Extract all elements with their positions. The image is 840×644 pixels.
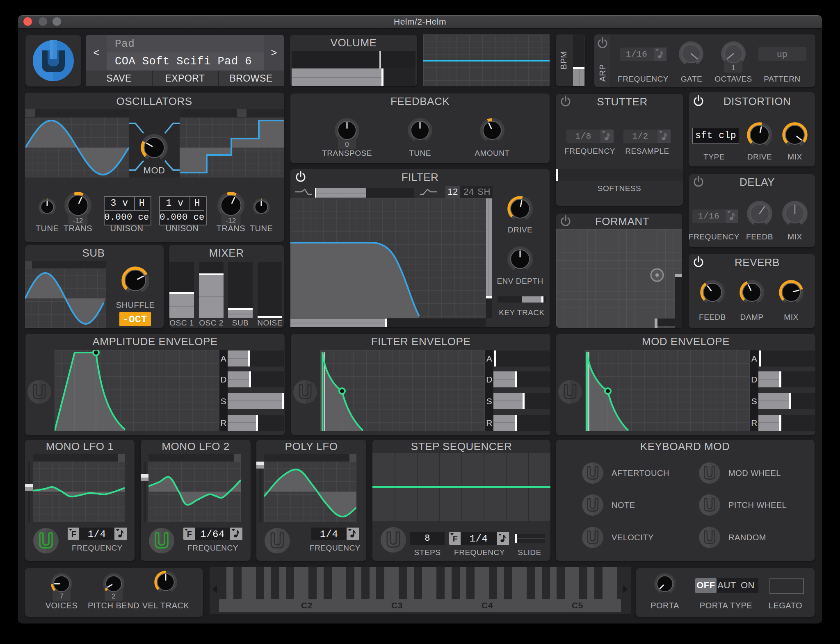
- svg-text:1: 1: [731, 64, 735, 72]
- svg-text:0: 0: [345, 141, 349, 148]
- svg-text:7: 7: [59, 592, 63, 600]
- svg-text:2: 2: [112, 592, 115, 600]
